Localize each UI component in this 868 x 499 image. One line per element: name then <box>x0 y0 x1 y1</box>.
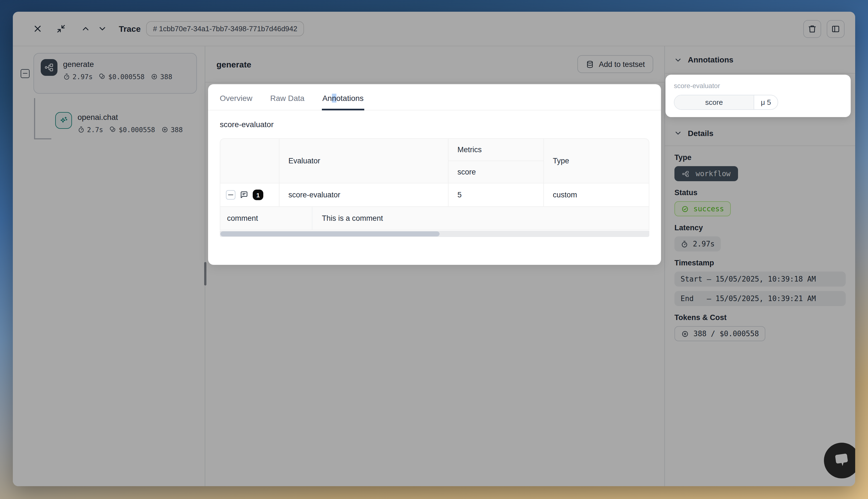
annotation-evaluator-label: score-evaluator <box>674 82 842 90</box>
trace-drawer: Trace # 1cbb70e7-34a1-7bb7-3498-771b7d46… <box>13 12 855 486</box>
comment-icon[interactable] <box>239 190 249 199</box>
tab-overview[interactable]: Overview <box>220 94 252 110</box>
tab-raw-data[interactable]: Raw Data <box>270 94 304 110</box>
cell-type: custom <box>544 183 649 206</box>
horizontal-scrollbar[interactable] <box>220 231 649 237</box>
scrollbar-thumb[interactable] <box>220 231 439 236</box>
header-actions-cell <box>220 139 279 183</box>
comment-key: comment <box>220 207 312 230</box>
cell-evaluator: score-evaluator <box>279 183 448 206</box>
comment-value: This is a comment <box>312 207 649 230</box>
expanded-comment-row: comment This is a comment <box>220 207 649 230</box>
annotations-tab-card: Overview Raw Data Annotations score-eval… <box>208 84 661 265</box>
comment-count-badge: 1 <box>253 190 263 200</box>
evaluator-section-title: score-evaluator <box>220 120 649 129</box>
table-header: Evaluator Metrics score Type <box>220 138 649 183</box>
header-metrics-group: Metrics score <box>448 139 544 183</box>
tabs: Overview Raw Data Annotations <box>208 84 661 110</box>
annotations-table: Evaluator Metrics score Type <box>220 138 649 237</box>
header-metrics: Metrics <box>448 139 543 161</box>
metric-pill[interactable]: score μ 5 <box>674 95 778 110</box>
metric-name: score <box>674 95 754 109</box>
score-evaluator-annotation-card: score-evaluator score μ 5 <box>665 75 851 117</box>
header-metric-score: score <box>448 161 543 183</box>
header-evaluator: Evaluator <box>279 139 448 183</box>
text-selection-highlight: n <box>332 94 336 102</box>
tab-annotations[interactable]: Annotations <box>323 94 364 110</box>
collapse-row-checkbox[interactable] <box>226 190 236 199</box>
table-row[interactable]: 1 score-evaluator 5 custom <box>220 183 649 207</box>
metric-mean-value: μ 5 <box>754 95 777 109</box>
row-actions-cell: 1 <box>220 183 279 206</box>
header-type: Type <box>544 139 649 183</box>
cell-score: 5 <box>448 183 544 206</box>
annotations-tab-content: score-evaluator Evaluator Metrics score <box>208 110 661 237</box>
page: Trace # 1cbb70e7-34a1-7bb7-3498-771b7d46… <box>0 0 868 499</box>
